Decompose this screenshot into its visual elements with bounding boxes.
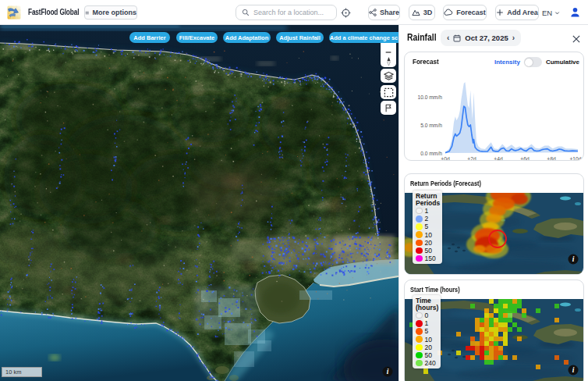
- svg-text:+10d: +10d: [569, 156, 581, 161]
- svg-text:i: i: [387, 368, 389, 376]
- svg-text:+0d: +0d: [441, 156, 450, 161]
- svg-text:10.0 mm/h: 10.0 mm/h: [417, 94, 442, 100]
- svg-text:+6d: +6d: [520, 156, 530, 161]
- svg-text:+8d: +8d: [547, 156, 556, 161]
- svg-text:i: i: [572, 366, 575, 374]
- svg-text:i: i: [572, 255, 575, 263]
- svg-text:+4d: +4d: [494, 156, 503, 161]
- svg-text:0.0 mm/h: 0.0 mm/h: [420, 151, 442, 156]
- svg-text:5.0 mm/h: 5.0 mm/h: [420, 123, 442, 128]
- svg-text:+2d: +2d: [467, 156, 476, 161]
